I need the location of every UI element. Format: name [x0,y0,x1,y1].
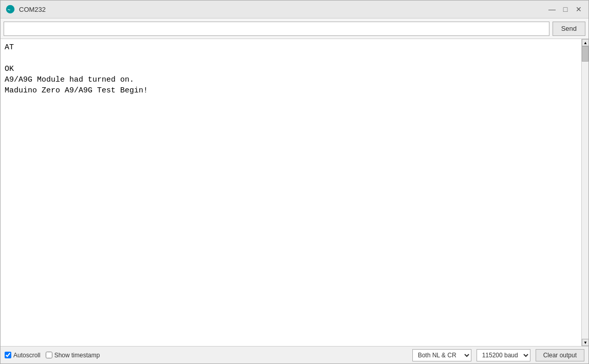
close-button[interactable]: ✕ [574,5,583,14]
arduino-logo-icon: ~ [6,5,15,14]
show-timestamp-checkbox[interactable] [46,352,52,358]
output-content: AT OK A9/A9G Module had turned on. Madui… [1,39,581,346]
clear-output-button[interactable]: Clear output [536,349,584,361]
autoscroll-text: Autoscroll [13,352,41,359]
title-bar: ~ COM232 — □ ✕ [1,1,588,18]
maximize-button[interactable]: □ [561,5,570,14]
scrollbar-down-arrow[interactable]: ▼ [582,339,588,346]
show-timestamp-text: Show timestamp [54,352,100,359]
scrollbar-thumb[interactable] [582,46,588,62]
baud-rate-dropdown[interactable]: 300 baud 1200 baud 2400 baud 4800 baud 9… [477,349,530,361]
send-button[interactable]: Send [553,22,585,36]
minimize-button[interactable]: — [547,5,557,14]
line-ending-dropdown[interactable]: No line ending Newline Carriage return B… [412,349,471,361]
scrollbar-track: ▲ ▼ [581,39,588,346]
show-timestamp-label[interactable]: Show timestamp [46,352,100,359]
send-input[interactable] [4,22,549,36]
svg-text:~: ~ [8,7,10,12]
autoscroll-checkbox[interactable] [5,352,11,358]
autoscroll-label[interactable]: Autoscroll [5,352,41,359]
status-bar: Autoscroll Show timestamp No line ending… [1,346,588,363]
output-area: AT OK A9/A9G Module had turned on. Madui… [1,39,588,346]
main-window: ~ COM232 — □ ✕ Send AT OK A9/A9G Module … [0,0,589,364]
window-title: COM232 [19,6,547,13]
toolbar: Send [1,18,588,39]
window-controls: — □ ✕ [547,5,583,14]
scrollbar-spacer [582,62,588,339]
scrollbar-up-arrow[interactable]: ▲ [582,39,588,46]
